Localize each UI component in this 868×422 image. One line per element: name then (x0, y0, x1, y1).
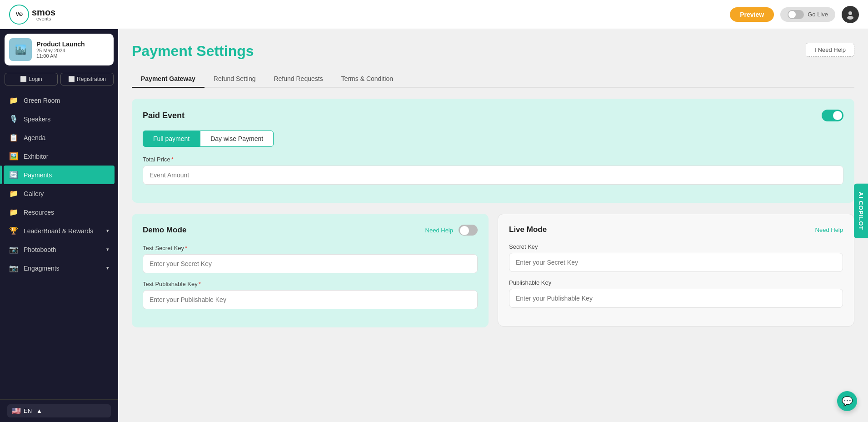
sidebar-footer: 🇺🇸 EN ▲ (0, 399, 118, 422)
tab-terms-condition[interactable]: Terms & Condition (332, 70, 402, 88)
required-indicator: * (199, 281, 201, 287)
demo-mode-card: Demo Mode Need Help Test Secret Key* (132, 214, 489, 327)
sidebar-item-agenda[interactable]: 📋 Agenda (0, 128, 118, 147)
day-wise-payment-button[interactable]: Day wise Payment (200, 131, 274, 147)
live-need-help-link[interactable]: Need Help (815, 226, 843, 233)
photobooth-icon: 📷 (9, 245, 18, 254)
event-name: Product Launch (36, 40, 85, 48)
sidebar: 🏙️ Product Launch 25 May 2024 11:00 AM ⬜… (0, 29, 118, 422)
sidebar-item-label: Photobooth (24, 246, 56, 253)
svg-point-0 (848, 11, 852, 15)
chevron-up-icon: ▲ (36, 407, 42, 414)
tab-label: Terms & Condition (341, 75, 393, 82)
publishable-key-group: Publishable Key (509, 279, 843, 308)
sidebar-item-label: Agenda (24, 134, 45, 141)
paid-event-card: Paid Event Full payment Day wise Payment… (132, 99, 854, 203)
paid-event-toggle[interactable] (822, 110, 843, 121)
tab-refund-setting[interactable]: Refund Setting (205, 70, 265, 88)
sidebar-item-green-room[interactable]: 📁 Green Room (0, 91, 118, 110)
sidebar-item-exhibitor[interactable]: 🖼️ Exhibitor (0, 147, 118, 166)
registration-button[interactable]: ⬜ Registration (60, 73, 114, 85)
payment-types: Full payment Day wise Payment (143, 131, 843, 147)
login-icon: ⬜ (20, 76, 27, 82)
secret-key-input[interactable] (509, 253, 843, 272)
registration-label: Registration (77, 76, 106, 82)
help-button[interactable]: I Need Help (806, 43, 854, 57)
chevron-down-icon: ▾ (106, 265, 109, 271)
sidebar-item-label: Exhibitor (24, 153, 48, 160)
sidebar-item-speakers[interactable]: 🎙️ Speakers (0, 110, 118, 128)
gallery-icon: 📁 (9, 189, 18, 198)
preview-button[interactable]: Preview (730, 7, 774, 22)
go-live-toggle[interactable]: Go Live (780, 7, 835, 22)
total-price-group: Total Price* (143, 156, 843, 185)
payments-icon: 🔄 (9, 171, 18, 179)
sidebar-item-engagments[interactable]: 📷 Engagments ▾ (0, 259, 118, 277)
logo-text-group: smos events (32, 7, 55, 21)
top-header: V⊙ smos events Preview Go Live (0, 0, 868, 29)
logo-icon: V⊙ (9, 5, 29, 25)
test-publishable-key-group: Test Publishable Key* (143, 281, 478, 309)
tab-payment-gateway[interactable]: Payment Gateway (132, 70, 205, 88)
language-label: EN (24, 407, 32, 414)
live-mode-card: Live Mode Need Help Secret Key Publishab… (498, 214, 854, 327)
event-info: Product Launch 25 May 2024 11:00 AM (36, 40, 85, 59)
user-avatar[interactable] (842, 6, 859, 23)
chat-button[interactable]: 💬 (837, 391, 857, 411)
svg-point-1 (847, 16, 853, 20)
sidebar-actions: ⬜ Login ⬜ Registration (0, 70, 118, 88)
sidebar-item-payments[interactable]: 🔄 Payments (4, 166, 115, 184)
test-publishable-key-input[interactable] (143, 290, 478, 309)
go-live-switch[interactable] (788, 10, 804, 19)
chevron-down-icon: ▾ (106, 246, 109, 252)
tabs: Payment Gateway Refund Setting Refund Re… (132, 70, 854, 88)
event-thumbnail: 🏙️ (9, 38, 32, 61)
header-right: Preview Go Live (730, 6, 859, 23)
tab-label: Payment Gateway (141, 75, 195, 82)
tab-label: Refund Setting (214, 75, 256, 82)
main-layout: 🏙️ Product Launch 25 May 2024 11:00 AM ⬜… (0, 29, 868, 422)
logo: V⊙ smos events (9, 5, 55, 25)
paid-event-header: Paid Event (143, 110, 843, 121)
event-date: 25 May 2024 (36, 48, 85, 53)
tab-refund-requests[interactable]: Refund Requests (264, 70, 332, 88)
agenda-icon: 📋 (9, 133, 18, 142)
sidebar-item-photobooth[interactable]: 📷 Photobooth ▾ (0, 240, 118, 259)
publishable-key-label: Publishable Key (509, 279, 843, 286)
total-price-label: Total Price* (143, 156, 843, 163)
live-mode-header: Live Mode Need Help (509, 225, 843, 234)
test-secret-key-input[interactable] (143, 254, 478, 273)
sidebar-item-gallery[interactable]: 📁 Gallery (0, 184, 118, 203)
go-live-label: Go Live (808, 11, 828, 18)
test-publishable-key-label: Test Publishable Key* (143, 281, 478, 287)
total-price-input[interactable] (143, 166, 843, 185)
test-secret-key-group: Test Secret Key* (143, 245, 478, 273)
demo-mode-title: Demo Mode (143, 226, 186, 235)
publishable-key-input[interactable] (509, 289, 843, 308)
chat-icon: 💬 (842, 396, 853, 407)
speakers-icon: 🎙️ (9, 115, 18, 123)
demo-mode-col: Demo Mode Need Help Test Secret Key* (132, 214, 489, 327)
live-mode-title: Live Mode (509, 225, 547, 234)
exhibitor-icon: 🖼️ (9, 152, 18, 161)
sidebar-nav: 📁 Green Room 🎙️ Speakers 📋 Agenda 🖼️ Exh… (0, 88, 118, 399)
tab-label: Refund Requests (274, 75, 323, 82)
sidebar-item-label: LeaderBoard & Rewards (24, 227, 93, 235)
sidebar-item-label: Resources (24, 209, 54, 216)
live-mode-col: Live Mode Need Help Secret Key Publishab… (498, 214, 854, 327)
demo-need-help-link[interactable]: Need Help (425, 227, 453, 234)
sidebar-item-leaderboard[interactable]: 🏆 LeaderBoard & Rewards ▾ (0, 221, 118, 240)
page-header: Payment Settings I Need Help (132, 43, 854, 60)
resources-icon: 📁 (9, 208, 18, 216)
language-selector[interactable]: 🇺🇸 EN ▲ (7, 404, 111, 417)
sidebar-item-label: Gallery (24, 190, 44, 197)
mode-columns: Demo Mode Need Help Test Secret Key* (132, 214, 854, 327)
engagments-icon: 📷 (9, 264, 18, 272)
content-area: Payment Settings I Need Help Payment Gat… (118, 29, 868, 422)
sidebar-item-resources[interactable]: 📁 Resources (0, 203, 118, 221)
ai-copilot-tab[interactable]: AI COPILOT (854, 184, 868, 238)
event-card: 🏙️ Product Launch 25 May 2024 11:00 AM (5, 34, 114, 65)
login-button[interactable]: ⬜ Login (5, 73, 58, 85)
demo-mode-toggle[interactable] (459, 225, 478, 236)
full-payment-button[interactable]: Full payment (143, 131, 200, 147)
